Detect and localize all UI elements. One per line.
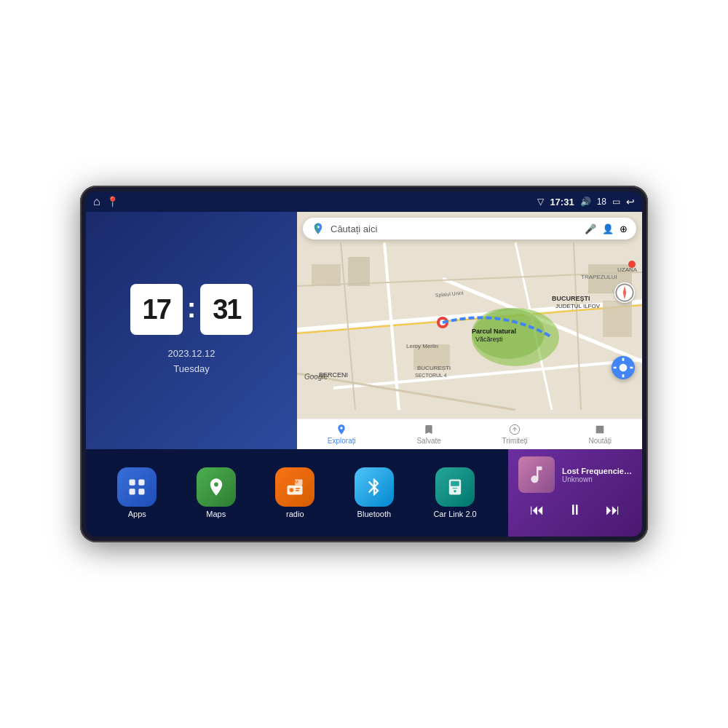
mic-icon[interactable]: 🎤 [585,223,596,234]
map-svg: Parcul Natural Văcărești Leroy Merlin BU… [297,242,642,417]
play-pause-button[interactable]: ⏸ [565,499,585,521]
map-nav-send[interactable]: Trimiteți [502,424,528,445]
signal-icon: ▽ [537,197,544,207]
carlink-icon [445,477,465,497]
google-logo: Google [304,373,328,381]
car-unit-device: ⌂ 📍 ▽ 17:31 🔊 18 ▭ ↩ 17 : [80,186,648,542]
main-content: 17 : 31 2023.12.12 Tuesday [86,212,642,537]
svg-rect-48 [453,488,458,488]
carlink-label: Car Link 2.0 [433,510,476,518]
map-nav-send-label: Trimiteți [502,437,528,445]
svg-rect-17 [603,301,632,337]
clock-hour: 17 [130,284,183,335]
svg-rect-38 [139,488,145,494]
music-text: Lost Frequencies_Janieck Devy-... Unknow… [562,467,632,483]
battery-icon: ▭ [612,197,620,207]
layers-icon[interactable]: ⊕ [620,223,628,234]
svg-text:JUDEȚUL ILFOV: JUDEȚUL ILFOV [555,303,601,309]
music-title: Lost Frequencies_Janieck Devy-... [562,467,632,475]
music-track-info: Lost Frequencies_Janieck Devy-... Unknow… [518,456,632,493]
svg-rect-36 [139,480,145,486]
svg-rect-37 [130,488,135,494]
map-area[interactable]: Parcul Natural Văcărești Leroy Merlin BU… [297,242,642,417]
map-search-bar[interactable]: Căutați aici 🎤 👤 ⊕ [303,218,636,240]
map-panel[interactable]: Căutați aici 🎤 👤 ⊕ [297,212,642,449]
svg-rect-42 [296,488,300,489]
svg-text:BUCUREȘTI: BUCUREȘTI [417,365,451,371]
map-nav-explore-label: Explorați [328,437,356,445]
map-compass-button[interactable] [614,282,635,303]
map-bottom-nav: Explorați Salvate Trimiteți Noutăți [297,419,642,449]
svg-rect-13 [312,264,341,286]
top-section: 17 : 31 2023.12.12 Tuesday [86,212,642,449]
next-button[interactable]: ⏭ [603,499,623,521]
app-icon-carlink[interactable]: Car Link 2.0 [433,467,476,518]
map-location-fab[interactable] [612,356,635,379]
app-icon-maps[interactable]: Maps [197,467,236,518]
svg-text:UZANA: UZANA [617,266,638,273]
map-search-input[interactable]: Căutați aici [331,223,579,234]
apps-panel: Apps Maps [86,449,508,537]
map-nav-saved-label: Salvate [416,437,440,445]
weekday-value: Tuesday [167,362,215,377]
app-icon-bluetooth[interactable]: Bluetooth [355,467,394,518]
music-panel: Lost Frequencies_Janieck Devy-... Unknow… [508,449,642,537]
svg-text:TRAPEZULUI: TRAPEZULUI [581,274,617,280]
svg-text:SECTORUL 4: SECTORUL 4 [415,373,447,378]
svg-point-33 [620,364,628,372]
status-time: 17:31 [550,197,574,207]
svg-text:Văcărești: Văcărești [475,336,503,343]
google-maps-icon [312,222,325,235]
svg-rect-46 [451,481,459,486]
clock-panel: 17 : 31 2023.12.12 Tuesday [86,212,297,449]
svg-point-47 [454,490,456,493]
music-artist: Unknown [562,475,632,483]
map-nav-news[interactable]: Noutăți [588,424,612,445]
clock-display: 17 : 31 [130,284,253,335]
apps-grid-icon [127,477,147,497]
radio-icon: FM [285,477,305,497]
map-search-icons: 🎤 👤 ⊕ [585,223,628,234]
bluetooth-label: Bluetooth [357,510,391,518]
svg-rect-14 [348,257,370,286]
account-icon[interactable]: 👤 [602,223,614,234]
volume-icon: 🔊 [580,197,591,207]
svg-point-31 [628,261,636,268]
home-icon[interactable]: ⌂ [93,195,100,208]
date-info: 2023.12.12 Tuesday [167,347,215,377]
status-bar-left: ⌂ 📍 [93,195,119,208]
prev-button[interactable]: ⏮ [527,499,547,521]
maps-label: Maps [206,510,226,518]
map-nav-explore[interactable]: Explorați [328,424,356,445]
bluetooth-icon [364,477,384,497]
app-icon-apps[interactable]: Apps [117,467,157,518]
radio-label: radio [286,510,304,518]
svg-text:Leroy Merlin: Leroy Merlin [406,343,438,349]
bottom-section: Apps Maps [86,449,642,537]
status-bar-right: ▽ 17:31 🔊 18 ▭ ↩ [537,196,635,207]
svg-point-41 [290,488,294,492]
app-icon-radio[interactable]: FM radio [275,467,314,518]
music-album-art [518,456,555,493]
music-controls: ⏮ ⏸ ⏭ [518,499,632,521]
svg-text:FM: FM [293,480,299,484]
apps-label: Apps [128,510,146,518]
battery-level: 18 [597,197,606,207]
clock-minute: 31 [200,284,253,335]
status-bar: ⌂ 📍 ▽ 17:31 🔊 18 ▭ ↩ [86,191,642,212]
date-value: 2023.12.12 [167,347,215,362]
map-nav-news-label: Noutăți [588,437,612,445]
back-icon[interactable]: ↩ [626,196,635,207]
maps-shortcut-icon[interactable]: 📍 [106,196,119,207]
device-screen: ⌂ 📍 ▽ 17:31 🔊 18 ▭ ↩ 17 : [86,191,642,537]
clock-colon: : [187,293,197,324]
svg-text:BUCUREȘTI: BUCUREȘTI [552,295,590,302]
svg-rect-35 [130,480,135,486]
svg-rect-43 [296,490,299,491]
map-nav-saved[interactable]: Salvate [416,424,440,445]
maps-pin-icon [206,477,226,497]
svg-text:Parcul Natural: Parcul Natural [472,328,516,335]
